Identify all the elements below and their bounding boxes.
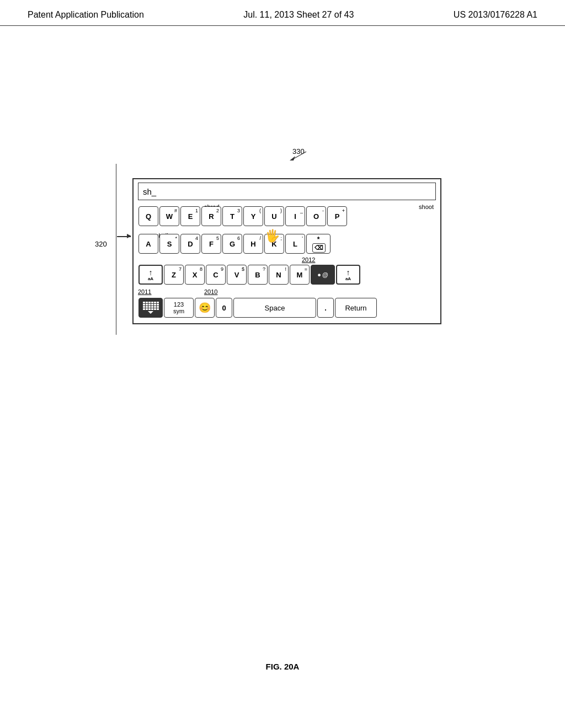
key-3-T[interactable]: 3T: [222, 206, 242, 226]
key-6-G[interactable]: 6G: [222, 234, 242, 254]
svg-marker-0: [290, 156, 295, 160]
key-4-D[interactable]: 4D: [180, 234, 200, 254]
key-Q[interactable]: Q: [138, 206, 158, 226]
page-header: Patent Application Publication Jul. 11, …: [0, 0, 565, 26]
header-center: Jul. 11, 2013 Sheet 27 of 43: [243, 10, 354, 20]
key-hash-W[interactable]: #W: [159, 206, 179, 226]
key-star-S[interactable]: *S: [159, 234, 179, 254]
key-grid-toggle[interactable]: [138, 298, 163, 318]
figure-caption: FIG. 20A: [266, 662, 300, 671]
key-2-R[interactable]: 2R: [201, 206, 221, 226]
hand-cursor-icon: 🖐: [265, 229, 280, 243]
keyboard-row-2: shall A *S 4D 5F 6G /H: [138, 233, 436, 254]
keyboard-row-4: 123 sym 😊 0 Space .: [138, 297, 436, 318]
caption-text: FIG. 20A: [266, 662, 300, 671]
key-5-F[interactable]: 5F: [201, 234, 221, 254]
key-slash-H[interactable]: /H: [243, 234, 263, 254]
header-left: Patent Application Publication: [28, 10, 144, 20]
header-right: US 2013/0176228 A1: [454, 10, 537, 20]
key-apos-L[interactable]: 'L: [285, 234, 305, 254]
label-2012: 2012: [302, 256, 315, 263]
key-shift-left[interactable]: ↑ aA: [138, 265, 163, 285]
arrow-330-svg: [276, 151, 309, 162]
key-space[interactable]: Space: [233, 298, 316, 318]
key-A[interactable]: A: [138, 234, 158, 254]
text-input-bar[interactable]: sh_: [138, 183, 436, 200]
main-content: 330 320 sh_ shred shoot Q: [0, 26, 565, 721]
key-exclaim-N[interactable]: !N: [269, 265, 289, 285]
key-rparen-U[interactable]: )U: [264, 206, 284, 226]
key-paren-Y[interactable]: (Y: [243, 206, 263, 226]
keyboard-row-1: Q #W 1E 2R 3T (Y: [138, 206, 436, 227]
figure-container: 330 320 sh_ shred shoot Q: [132, 147, 441, 324]
key-return[interactable]: Return: [335, 298, 377, 318]
arrow-320: [117, 236, 131, 237]
input-text: sh_: [143, 187, 156, 196]
key-question-B[interactable]: ?B: [248, 265, 268, 285]
key-emoji[interactable]: 😊: [195, 298, 215, 318]
key-9-C[interactable]: 9C: [206, 265, 226, 285]
key-under-I[interactable]: _I: [285, 206, 305, 226]
key-plus-P[interactable]: +P: [327, 206, 347, 226]
label-2011: 2011: [138, 288, 151, 295]
key-star-backspace[interactable]: * ⌫: [306, 234, 331, 254]
keyboard-container: sh_ shred shoot Q #W 1E 2R: [132, 178, 441, 324]
key-shift-right[interactable]: ↑ aA: [336, 265, 360, 285]
left-boundary-line: [116, 164, 116, 335]
label-320: 320: [95, 240, 107, 248]
label-2010: 2010: [204, 288, 217, 295]
keyboard-row-3: ↑ aA 7Z 8X 9C $V ?: [138, 264, 436, 285]
key-8-X[interactable]: 8X: [185, 265, 205, 285]
key-equal-M[interactable]: =M: [290, 265, 310, 285]
key-dot-at[interactable]: ● @: [311, 265, 335, 285]
key-0[interactable]: 0: [216, 298, 232, 318]
key-7-Z[interactable]: 7Z: [164, 265, 184, 285]
key-dash-O[interactable]: -O: [306, 206, 326, 226]
key-dollar-V[interactable]: $V: [227, 265, 247, 285]
key-1-E[interactable]: 1E: [180, 206, 200, 226]
key-period[interactable]: .: [317, 298, 334, 318]
key-sym[interactable]: 123 sym: [164, 298, 194, 318]
